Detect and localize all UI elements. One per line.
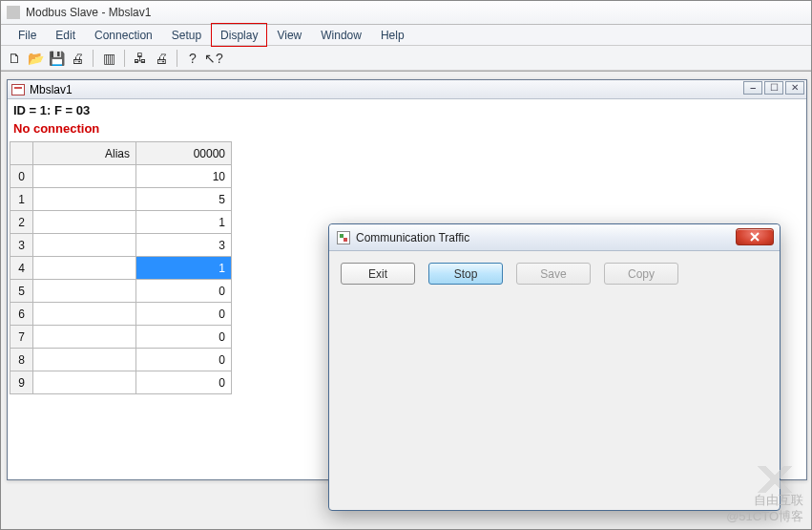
status-id-line: ID = 1: F = 03 <box>10 101 806 119</box>
new-icon[interactable]: 🗋 <box>5 49 24 68</box>
child-close-button[interactable]: ✕ <box>785 81 804 95</box>
table-row[interactable]: 15 <box>10 188 232 211</box>
table-row[interactable]: 21 <box>10 211 232 234</box>
value-cell[interactable]: 0 <box>136 349 232 371</box>
comm2-icon[interactable]: 🖨 <box>152 49 171 68</box>
row-header[interactable]: 7 <box>10 326 33 349</box>
dialog-icon <box>337 231 350 244</box>
row-header[interactable]: 6 <box>10 303 33 326</box>
exit-button[interactable]: Exit <box>341 263 415 285</box>
table-row[interactable]: 41 <box>10 257 232 280</box>
document-icon <box>11 84 25 95</box>
value-cell[interactable]: 0 <box>136 303 232 326</box>
table-row[interactable]: 90 <box>10 371 232 394</box>
stop-button[interactable]: Stop <box>428 263 503 285</box>
help-icon[interactable]: ? <box>183 49 202 68</box>
child-maximize-button[interactable]: ☐ <box>764 81 783 95</box>
value-cell[interactable]: 3 <box>136 234 232 257</box>
alias-cell[interactable] <box>33 326 136 349</box>
value-cell[interactable]: 1 <box>136 257 232 280</box>
register-table: Alias 00000 010152133415060708090 <box>10 141 232 394</box>
row-header[interactable]: 5 <box>10 280 33 303</box>
col-header-alias[interactable]: Alias <box>33 142 136 165</box>
whatsthis-icon[interactable]: ↖? <box>204 49 223 68</box>
app-title: Modbus Slave - Mbslav1 <box>26 6 151 19</box>
print-icon[interactable]: 🖨 <box>68 49 87 68</box>
comm1-icon[interactable]: 🖧 <box>131 49 150 68</box>
value-cell[interactable]: 0 <box>136 371 232 394</box>
toolbar-separator <box>124 50 125 67</box>
dialog-titlebar[interactable]: Communication Traffic <box>329 224 780 251</box>
alias-cell[interactable] <box>33 188 136 211</box>
mdi-workspace: Mbslav1 ‒ ☐ ✕ ID = 1: F = 03 No connecti… <box>1 71 811 529</box>
communication-traffic-dialog: Communication Traffic Exit Stop Save Cop… <box>328 223 781 511</box>
table-row[interactable]: 010 <box>10 165 232 188</box>
table-row[interactable]: 70 <box>10 326 232 349</box>
menu-file[interactable]: File <box>9 25 46 45</box>
value-cell[interactable]: 5 <box>136 188 232 211</box>
alias-cell[interactable] <box>33 211 136 234</box>
row-header[interactable]: 1 <box>10 188 33 211</box>
menu-edit[interactable]: Edit <box>46 25 85 45</box>
dialog-button-row: Exit Stop Save Copy <box>341 263 768 285</box>
toolbar-separator <box>177 50 177 67</box>
table-row[interactable]: 80 <box>10 349 232 371</box>
menubar: File Edit Connection Setup Display View … <box>1 25 811 46</box>
app-icon <box>7 6 20 19</box>
open-icon[interactable]: 📂 <box>26 49 45 68</box>
dialog-close-button[interactable] <box>736 228 774 245</box>
child-title: Mbslav1 <box>30 83 73 96</box>
alias-cell[interactable] <box>33 165 136 188</box>
menu-window[interactable]: Window <box>311 25 371 45</box>
status-connection-line: No connection <box>10 119 806 138</box>
copy-button: Copy <box>604 263 678 285</box>
row-header[interactable]: 3 <box>10 234 33 257</box>
alias-cell[interactable] <box>33 303 136 326</box>
row-header[interactable]: 8 <box>10 349 33 371</box>
registers-icon[interactable]: ▥ <box>99 49 118 68</box>
save-icon[interactable]: 💾 <box>47 49 66 68</box>
row-header[interactable]: 0 <box>10 165 33 188</box>
save-button: Save <box>516 263 591 285</box>
menu-display[interactable]: Display <box>211 23 267 47</box>
menu-help[interactable]: Help <box>371 25 414 45</box>
table-row[interactable]: 33 <box>10 234 232 257</box>
watermark-sub: @51CTO博客 <box>726 509 803 525</box>
alias-cell[interactable] <box>33 371 136 394</box>
value-cell[interactable]: 1 <box>136 211 232 234</box>
table-row[interactable]: 50 <box>10 280 232 303</box>
child-titlebar[interactable]: Mbslav1 ‒ ☐ ✕ <box>8 80 806 99</box>
menu-setup[interactable]: Setup <box>162 25 211 45</box>
toolbar-separator <box>93 50 94 67</box>
value-cell[interactable]: 0 <box>136 280 232 303</box>
child-minimize-button[interactable]: ‒ <box>743 81 762 95</box>
dialog-body: Exit Stop Save Copy <box>329 251 780 296</box>
menu-view[interactable]: View <box>267 25 311 45</box>
row-header[interactable]: 2 <box>10 211 33 234</box>
alias-cell[interactable] <box>33 280 136 303</box>
alias-cell[interactable] <box>33 234 136 257</box>
value-cell[interactable]: 10 <box>136 165 232 188</box>
row-header[interactable]: 4 <box>10 257 33 280</box>
col-header-value[interactable]: 00000 <box>136 142 232 165</box>
alias-cell[interactable] <box>33 349 136 371</box>
close-icon <box>749 231 760 243</box>
row-header[interactable]: 9 <box>10 371 33 394</box>
app-titlebar: Modbus Slave - Mbslav1 <box>1 1 811 25</box>
toolbar: 🗋 📂 💾 🖨 ▥ 🖧 🖨 ? ↖? <box>1 46 811 71</box>
dialog-title: Communication Traffic <box>356 231 469 244</box>
table-row[interactable]: 60 <box>10 303 232 326</box>
value-cell[interactable]: 0 <box>136 326 232 349</box>
menu-connection[interactable]: Connection <box>85 25 162 45</box>
alias-cell[interactable] <box>33 257 136 280</box>
